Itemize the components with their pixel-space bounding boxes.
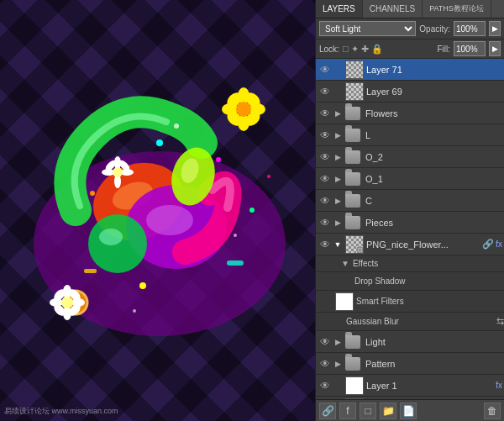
svg-rect-43 <box>227 260 244 266</box>
canvas-artwork <box>8 42 311 378</box>
svg-point-37 <box>156 139 163 146</box>
expand-pieces[interactable]: ▶ <box>333 215 343 230</box>
eye-icon-o1[interactable]: 👁 <box>318 171 333 187</box>
expand-l[interactable]: ▶ <box>333 128 343 143</box>
svg-point-42 <box>267 175 270 178</box>
fill-arrow[interactable]: ▶ <box>489 41 501 56</box>
fill-input[interactable] <box>454 41 486 56</box>
lock-pixel-icon[interactable]: □ <box>343 44 349 55</box>
svg-rect-44 <box>84 269 97 273</box>
smart-filters-label: Smart Filters <box>356 297 404 306</box>
layer-item-o1[interactable]: 👁 ▶ O_1 <box>316 168 504 190</box>
svg-point-45 <box>174 124 179 129</box>
lock-transform-icon[interactable]: ✚ <box>361 44 369 55</box>
layer-item-pieces[interactable]: 👁 ▶ Pieces <box>316 212 504 234</box>
lock-icons: □ ✦ ✚ 🔒 <box>343 44 434 55</box>
link-layers-button[interactable]: 🔗 <box>319 403 336 419</box>
layer-item-light[interactable]: 👁 ▶ Light <box>316 331 504 353</box>
add-mask-button[interactable]: □ <box>360 403 376 419</box>
lock-all-icon[interactable]: 🔒 <box>371 44 383 55</box>
expand-light[interactable]: ▶ <box>333 334 343 350</box>
layer-item-layer71[interactable]: 👁 Layer 71 <box>316 59 504 81</box>
fill-label: Fill: <box>437 45 450 54</box>
eye-icon-pattern[interactable]: 👁 <box>318 356 333 371</box>
eye-icon-layer69[interactable]: 👁 <box>318 84 333 99</box>
drop-shadow-label: Drop Shadow <box>354 276 406 286</box>
thumb-background <box>345 398 364 400</box>
effects-label: Effects <box>353 259 378 268</box>
effects-header: ▼ Effects <box>316 255 504 272</box>
effect-drop-shadow[interactable]: Drop Shadow <box>316 272 504 291</box>
tab-channels[interactable]: CHANNELS <box>363 0 423 18</box>
name-layer1: Layer 1 <box>366 381 494 391</box>
layer-item-o2[interactable]: 👁 ▶ O_2 <box>316 146 504 168</box>
layer-item-background[interactable]: 👁 Background <box>316 397 504 399</box>
smart-filters-item[interactable]: Smart Filters <box>316 291 504 313</box>
eye-icon-layer1[interactable]: 👁 <box>318 378 333 393</box>
tab-paths[interactable]: PATHS教程论坛 <box>423 0 491 18</box>
expand-pattern[interactable]: ▶ <box>333 356 343 371</box>
panel-bottom-toolbar: 🔗 f □ 📁 📄 🗑 <box>316 399 504 421</box>
name-l: L <box>365 130 502 140</box>
eye-icon-pieces[interactable]: 👁 <box>318 215 333 230</box>
layer-item-l[interactable]: 👁 ▶ L <box>316 124 504 146</box>
svg-point-4 <box>146 205 193 235</box>
svg-point-39 <box>139 282 146 289</box>
lock-label: Lock: <box>319 45 339 54</box>
layer-item-layer69[interactable]: 👁 Layer 69 <box>316 81 504 103</box>
thumb-layer69 <box>345 82 364 101</box>
gaussian-item[interactable]: Gaussian Blur ⇆ <box>316 313 504 331</box>
gaussian-blur-label: Gaussian Blur <box>346 317 496 326</box>
layer-item-pattern[interactable]: 👁 ▶ Pattern <box>316 353 504 375</box>
folder-icon-light <box>345 335 360 349</box>
blend-mode-row: Soft Light Opacity: ▶ <box>316 18 504 39</box>
svg-point-40 <box>249 208 255 213</box>
thumb-layer71 <box>345 61 364 79</box>
name-pieces: Pieces <box>365 218 502 228</box>
name-o1: O_1 <box>365 174 502 184</box>
svg-point-47 <box>133 309 136 313</box>
folder-icon-o1 <box>345 172 360 186</box>
delete-layer-button[interactable]: 🗑 <box>484 403 501 419</box>
blend-mode-select[interactable]: Soft Light <box>319 21 416 36</box>
eye-icon-c[interactable]: 👁 <box>318 193 333 208</box>
opacity-input[interactable] <box>454 21 486 36</box>
gaussian-adjust-icon[interactable]: ⇆ <box>496 316 504 327</box>
lock-move-icon[interactable]: ✦ <box>351 44 359 55</box>
svg-point-46 <box>234 234 237 237</box>
layer-item-layer1[interactable]: 👁 Layer 1 fx <box>316 375 504 397</box>
eye-icon-light[interactable]: 👁 <box>318 334 333 350</box>
expand-o2[interactable]: ▶ <box>333 150 343 165</box>
add-style-button[interactable]: f <box>339 403 356 419</box>
layer-item-png-nice[interactable]: 👁 ▼ □ PNG_nice_Flower... 🔗 fx <box>316 234 504 255</box>
expand-flowers[interactable]: ▶ <box>333 106 343 121</box>
canvas-area: 易绩设计论坛 www.missyuan.com <box>0 0 315 421</box>
layer-item-c[interactable]: 👁 ▶ C <box>316 190 504 212</box>
chain-icon-png-nice: 🔗 <box>482 239 494 250</box>
svg-point-38 <box>216 157 221 162</box>
expand-png-nice[interactable]: ▼ <box>333 237 343 252</box>
layers-list[interactable]: 👁 Layer 71 👁 Layer 69 👁 ▶ Flowers <box>316 59 504 399</box>
new-group-button[interactable]: 📁 <box>380 403 396 419</box>
name-layer69: Layer 69 <box>366 87 502 97</box>
fx-icon-png-nice: fx <box>496 239 502 249</box>
expand-layer69 <box>333 84 343 99</box>
eye-icon-l[interactable]: 👁 <box>318 128 333 143</box>
eye-icon-flowers[interactable]: 👁 <box>318 106 333 121</box>
eye-icon-layer71[interactable]: 👁 <box>318 62 333 77</box>
smart-filter-thumb <box>335 292 354 311</box>
new-layer-button[interactable]: 📄 <box>400 403 417 419</box>
layer-item-flowers[interactable]: 👁 ▶ Flowers <box>316 103 504 124</box>
folder-icon-pieces <box>345 216 360 229</box>
svg-point-36 <box>113 167 123 177</box>
expand-o1[interactable]: ▶ <box>333 171 343 187</box>
opacity-arrow[interactable]: ▶ <box>489 21 501 36</box>
expand-c[interactable]: ▶ <box>333 193 343 208</box>
eye-icon-o2[interactable]: 👁 <box>318 150 333 165</box>
expand-layer71 <box>333 62 343 77</box>
eye-icon-png-nice[interactable]: 👁 <box>318 237 333 252</box>
layers-panel: LAYERS CHANNELS PATHS教程论坛 Soft Light Opa… <box>315 0 504 421</box>
folder-icon-l <box>345 129 360 142</box>
tab-layers[interactable]: LAYERS <box>316 0 363 18</box>
folder-icon-o2 <box>345 150 360 164</box>
